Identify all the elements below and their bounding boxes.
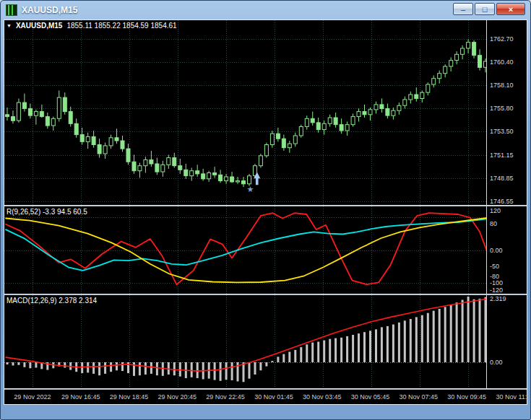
macd-label: MACD(12,26,9) 2.378 2.314	[7, 297, 97, 305]
restore-button[interactable]: □	[475, 3, 495, 15]
time-axis[interactable]: 29 Nov 202229 Nov 16:4529 Nov 18:4529 No…	[4, 390, 527, 404]
price-tick-label: 1762.70	[490, 35, 514, 43]
window-bottom-frame	[4, 405, 527, 420]
time-axis-label: 30 Nov 05:45	[351, 393, 390, 401]
macd-tick-label: 2.319	[490, 295, 506, 302]
candlestick-chart[interactable]: ★	[4, 20, 488, 205]
time-axis-label: 30 Nov 01:45	[254, 393, 293, 401]
indicator-tick-label: 0.00	[490, 247, 503, 254]
chart-client-area: ★ ▼ XAUUSD,M15 1855.11 1855.22 1854.59 1…	[4, 19, 527, 405]
price-tick-label: 1753.50	[490, 128, 514, 135]
r-indicator-header: R(9,26,52) -3.3 94.5 60.5	[7, 208, 87, 216]
indicator-tick-label: -50	[490, 263, 499, 270]
macd-scale[interactable]: 2.3190.00	[486, 295, 527, 388]
window-controls: – □ ×	[453, 3, 525, 15]
price-tick-label: 1760.40	[490, 58, 514, 66]
time-axis-label: 30 Nov 09:45	[447, 393, 486, 401]
price-tick-label: 1748.85	[490, 175, 514, 182]
time-axis-label: 29 Nov 2022	[14, 393, 51, 401]
mt4-chart-window: XAUUSD,M15 – □ × ★ ▼ XAUUSD,M15 1855.11 …	[0, 0, 531, 420]
time-axis-label: 30 Nov 03:45	[303, 393, 342, 401]
r-indicator-panel[interactable]: R(9,26,52) -3.3 94.5 60.5 120800.00-50-8…	[4, 206, 527, 294]
price-tick-label: 1758.10	[490, 82, 514, 89]
r-indicator-scale[interactable]: 120800.00-50-80-100-120	[486, 206, 527, 294]
main-chart-header: ▼ XAUUSD,M15 1855.11 1855.22 1854.59 185…	[7, 22, 177, 30]
macd-chart[interactable]	[4, 295, 488, 388]
indicator-tick-label: 120	[490, 207, 501, 214]
time-axis-label: 30 Nov 07:45	[400, 393, 439, 401]
time-axis-label: 29 Nov 22:45	[206, 393, 245, 401]
chart-symbol-label: XAUUSD,M15	[16, 22, 62, 30]
minimize-button[interactable]: –	[453, 3, 473, 15]
r-indicator-chart[interactable]	[4, 206, 488, 294]
time-axis-label: 29 Nov 20:45	[158, 393, 197, 401]
window-title: XAUUSD,M15	[22, 5, 77, 15]
price-tick-label: 1746.55	[490, 198, 514, 205]
indicator-tick-label: -120	[490, 286, 503, 294]
time-axis-label: 29 Nov 16:45	[61, 393, 100, 401]
r-indicator-label: R(9,26,52) -3.3 94.5 60.5	[7, 208, 87, 216]
macd-tick-label: 0.00	[490, 359, 503, 366]
main-chart-panel[interactable]: ★ ▼ XAUUSD,M15 1855.11 1855.22 1854.59 1…	[4, 20, 527, 205]
chart-ohlc-label: 1855.11 1855.22 1854.59 1854.61	[66, 22, 176, 30]
indicator-tick-label: 80	[490, 220, 497, 227]
chart-dropdown-icon[interactable]: ▼	[7, 23, 12, 28]
time-axis-label: 30 Nov 11:45	[496, 393, 527, 401]
price-scale[interactable]: 1762.701760.401758.101755.801753.501751.…	[486, 20, 527, 205]
titlebar[interactable]: XAUUSD,M15 – □ ×	[4, 1, 527, 19]
chart-app-icon	[6, 4, 17, 16]
close-button[interactable]: ×	[496, 3, 525, 15]
macd-panel[interactable]: MACD(12,26,9) 2.378 2.314 2.3190.00	[4, 295, 527, 388]
star-annotation: ★	[246, 185, 254, 193]
macd-header: MACD(12,26,9) 2.378 2.314	[7, 297, 97, 305]
time-axis-label: 29 Nov 18:45	[110, 393, 149, 401]
price-tick-label: 1755.80	[490, 105, 514, 112]
price-tick-label: 1751.15	[490, 152, 514, 159]
